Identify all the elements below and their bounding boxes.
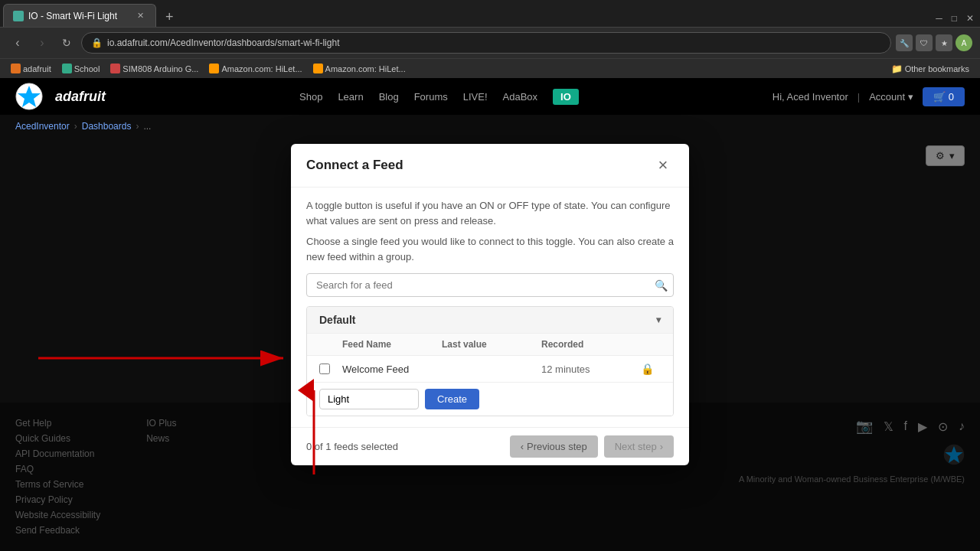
- breadcrumb-home[interactable]: AcedInventor: [15, 121, 70, 132]
- next-chevron-icon: ›: [660, 441, 663, 452]
- nav-forums[interactable]: Forums: [414, 91, 448, 103]
- feed-section-header[interactable]: Default ▾: [307, 307, 673, 333]
- bookmark-other[interactable]: 📁 Other bookmarks: [887, 62, 974, 76]
- bookmark-favicon-5: [313, 64, 323, 73]
- header-right: Hi, Aced Inventor | Account ▾ 🛒 0: [773, 87, 965, 106]
- bookmark-folder-icon: 📁: [891, 64, 903, 74]
- modal-desc-2: Choose a single feed you would like to c…: [306, 234, 674, 264]
- prev-step-label: Previous step: [527, 441, 587, 452]
- tab-close-icon[interactable]: ✕: [134, 10, 146, 22]
- bookmark-favicon-1: [11, 64, 21, 73]
- modal-close-button[interactable]: ×: [652, 155, 674, 176]
- next-step-button[interactable]: Next step ›: [604, 435, 674, 458]
- modal-action-buttons: ‹ Previous step Next step ›: [510, 435, 674, 458]
- breadcrumb-dashboards[interactable]: Dashboards: [82, 121, 132, 132]
- main-area: ⚙ ▾ Get Help Quick Guides API Documentat…: [0, 138, 980, 551]
- breadcrumb-sep-1: ›: [74, 121, 77, 132]
- modal-footer: 0 of 1 feeds selected ‹ Previous step Ne…: [291, 427, 689, 465]
- nav-adabox[interactable]: AdaBox: [503, 91, 538, 103]
- browser-chrome: IO - Smart Wi-Fi Light ✕ + ─ □ ✕ ‹ › ↻ 🔒…: [0, 0, 980, 78]
- logo-area: adafruit: [15, 83, 106, 110]
- profile-icon[interactable]: A: [956, 34, 972, 51]
- lock-icon: 🔒: [91, 37, 103, 48]
- tab-title: IO - Smart Wi-Fi Light: [28, 11, 129, 21]
- feed-section-chevron: ▾: [656, 315, 661, 325]
- browser-actions: 🔧 🛡 ★ A: [896, 34, 972, 51]
- next-step-label: Next step: [615, 441, 657, 452]
- col-last-value: Last value: [442, 339, 541, 350]
- tab-favicon: [13, 11, 24, 21]
- user-greeting: Hi, Aced Inventor: [773, 91, 848, 103]
- modal-title: Connect a Feed: [306, 158, 403, 173]
- modal-body: A toggle button is useful if you have an…: [291, 187, 689, 427]
- cart-icon: 🛒: [933, 91, 946, 103]
- nav-io[interactable]: IO: [553, 89, 579, 105]
- address-bar: ‹ › ↻ 🔒 io.adafruit.com/AcedInventor/das…: [0, 28, 980, 58]
- col-lock: [641, 339, 661, 350]
- cart-button[interactable]: 🛒 0: [923, 87, 965, 106]
- adafruit-logo[interactable]: [15, 83, 43, 110]
- bookmark-favicon-3: [110, 64, 120, 73]
- bookmark-favicon-2: [62, 64, 72, 73]
- breadcrumb-sep-2: ›: [136, 121, 139, 132]
- url-bar[interactable]: 🔒 io.adafruit.com/AcedInventor/dashboard…: [81, 32, 891, 54]
- feed-search-input[interactable]: [306, 273, 674, 297]
- separator: |: [858, 91, 860, 103]
- nav-shop[interactable]: Shop: [299, 91, 322, 103]
- bookmark-amazon2[interactable]: Amazon.com: HiLet...: [309, 62, 410, 75]
- nav-live[interactable]: LIVE!: [463, 91, 488, 103]
- account-link[interactable]: Account ▾: [869, 91, 913, 103]
- site-nav: Shop Learn Blog Forums LIVE! AdaBox IO: [299, 89, 579, 105]
- nav-blog[interactable]: Blog: [379, 91, 399, 103]
- new-feed-name-input[interactable]: [319, 389, 419, 409]
- feed-name-cell: Welcome Feed: [342, 364, 442, 375]
- feed-search-container: 🔍: [306, 273, 674, 297]
- forward-button[interactable]: ›: [32, 33, 52, 53]
- feed-lock-icon: 🔒: [641, 363, 661, 375]
- inactive-tab[interactable]: +: [156, 7, 183, 27]
- feed-search-icon-button[interactable]: 🔍: [655, 279, 668, 292]
- reload-button[interactable]: ↻: [57, 33, 77, 53]
- col-recorded: Recorded: [541, 339, 641, 350]
- create-feed-row: Create: [307, 382, 673, 416]
- restore-icon[interactable]: □: [949, 13, 960, 24]
- feed-recorded-cell: 12 minutes: [541, 364, 641, 375]
- previous-step-button[interactable]: ‹ Previous step: [510, 435, 598, 458]
- breadcrumb: AcedInventor › Dashboards › ...: [0, 115, 980, 138]
- feeds-selected-label: 0 of 1 feeds selected: [306, 441, 398, 452]
- tab-bar: IO - Smart Wi-Fi Light ✕ + ─ □ ✕: [0, 0, 980, 28]
- active-tab[interactable]: IO - Smart Wi-Fi Light ✕: [3, 4, 156, 27]
- back-button[interactable]: ‹: [8, 33, 28, 53]
- close-window-icon[interactable]: ✕: [963, 13, 977, 24]
- modal-header: Connect a Feed ×: [291, 144, 689, 187]
- new-tab-icon[interactable]: +: [165, 9, 174, 25]
- extension-icon-1[interactable]: 🔧: [896, 34, 913, 51]
- bookmark-favicon-4: [209, 64, 219, 73]
- col-feed-name: Feed Name: [342, 339, 442, 350]
- url-text: io.adafruit.com/AcedInventor/dashboards/…: [107, 37, 339, 48]
- col-check: [319, 339, 342, 350]
- breadcrumb-current: ...: [143, 121, 151, 132]
- site-header: adafruit Shop Learn Blog Forums LIVE! Ad…: [0, 78, 980, 115]
- bookmarks-bar: adafruit School SIM808 Arduino G... Amaz…: [0, 58, 980, 78]
- extension-icon-2[interactable]: 🛡: [916, 34, 933, 51]
- page-content: adafruit Shop Learn Blog Forums LIVE! Ad…: [0, 78, 980, 551]
- feed-table-header: Feed Name Last value Recorded: [307, 333, 673, 355]
- minimize-icon[interactable]: ─: [933, 13, 946, 24]
- modal: Connect a Feed × A toggle button is usef…: [291, 144, 689, 465]
- bookmark-amazon1[interactable]: Amazon.com: HiLet...: [204, 62, 306, 75]
- prev-chevron-icon: ‹: [521, 441, 524, 452]
- bookmark-sim808[interactable]: SIM808 Arduino G...: [106, 62, 203, 75]
- bookmark-adafruit[interactable]: adafruit: [6, 62, 56, 75]
- bookmark-school[interactable]: School: [57, 62, 105, 75]
- extension-icon-3[interactable]: ★: [936, 34, 952, 51]
- feed-section: Default ▾ Feed Name Last value Recorded: [306, 306, 674, 416]
- cart-count: 0: [949, 91, 954, 103]
- table-row: Welcome Feed 12 minutes 🔒: [307, 355, 673, 382]
- modal-desc-1: A toggle button is useful if you have an…: [306, 198, 674, 228]
- create-feed-button[interactable]: Create: [425, 389, 479, 409]
- feed-checkbox[interactable]: [319, 364, 330, 374]
- window-controls: ─ □ ✕: [933, 13, 977, 27]
- nav-learn[interactable]: Learn: [338, 91, 363, 103]
- modal-overlay[interactable]: Connect a Feed × A toggle button is usef…: [0, 138, 980, 551]
